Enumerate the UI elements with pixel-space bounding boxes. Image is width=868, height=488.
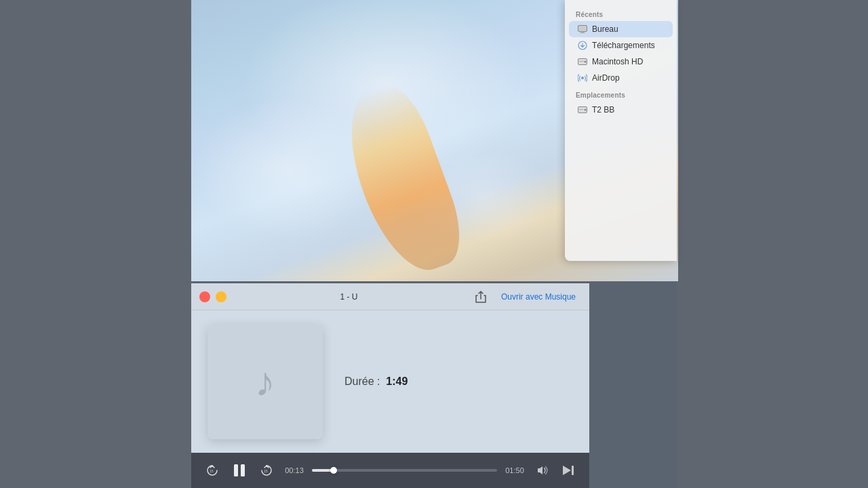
close-button[interactable]: × [199, 291, 210, 302]
forward15-button[interactable]: 15 [256, 460, 277, 481]
sidebar-item-bureau[interactable]: Bureau [569, 21, 673, 37]
duration-label: Durée : 1:49 [344, 375, 408, 387]
playback-bar: 15 15 00:13 01:50 [191, 453, 589, 488]
rewind15-button[interactable]: 15 [202, 460, 222, 481]
svg-rect-2 [580, 33, 585, 33]
music-toolbar: × − 1 - U Ouvrir avec Musique [191, 283, 589, 310]
section-label-emplacements: Emplacements [565, 86, 677, 102]
airdrop-icon [577, 73, 588, 83]
music-info: Durée : 1:49 [344, 375, 408, 388]
music-content: ♪ Durée : 1:49 [191, 310, 589, 453]
svg-rect-0 [578, 26, 587, 32]
sidebar-item-airdrop[interactable]: AirDrop [569, 70, 673, 86]
bureau-label: Bureau [592, 24, 618, 34]
airdrop-label: AirDrop [592, 73, 620, 83]
svg-rect-9 [579, 109, 583, 110]
share-button[interactable] [471, 287, 490, 306]
music-note-icon: ♪ [255, 359, 275, 405]
current-time: 00:13 [282, 466, 307, 474]
drive-icon [577, 104, 588, 115]
duration-value: 1:49 [386, 375, 408, 387]
svg-point-5 [585, 61, 587, 63]
svg-rect-12 [241, 464, 245, 476]
sidebar-item-macintosh-hd[interactable]: Macintosh HD [569, 54, 673, 70]
svg-rect-11 [234, 464, 238, 476]
album-art: ♪ [208, 324, 323, 439]
finder-panel: Récents Bureau Téléchargements [565, 0, 677, 261]
downloads-icon [577, 40, 588, 51]
desktop-icon [577, 24, 588, 35]
hd-icon [577, 56, 588, 67]
svg-rect-14 [572, 466, 574, 475]
music-player-panel: × − 1 - U Ouvrir avec Musique ♪ Durée : … [191, 283, 589, 488]
section-label-recents: Récents [565, 5, 677, 21]
svg-rect-6 [579, 61, 584, 62]
track-title: 1 - U [232, 292, 466, 302]
minimize-button[interactable]: − [216, 291, 226, 302]
open-with-music-button[interactable]: Ouvrir avec Musique [496, 289, 581, 304]
svg-point-8 [585, 109, 587, 111]
t2bb-label: T2 BB [592, 105, 614, 115]
volume-button[interactable] [532, 460, 553, 481]
total-time: 01:50 [502, 466, 527, 474]
background-right [677, 0, 868, 488]
background-left [0, 0, 191, 488]
macintosh-hd-label: Macintosh HD [592, 57, 643, 66]
progress-bar[interactable] [312, 469, 497, 472]
progress-thumb [330, 467, 337, 474]
next-button[interactable] [558, 460, 578, 481]
sidebar-item-t2bb[interactable]: T2 BB [569, 102, 673, 118]
pause-button[interactable] [228, 459, 251, 482]
svg-text:15: 15 [264, 469, 268, 473]
svg-text:15: 15 [210, 469, 214, 473]
sidebar-item-telechargements[interactable]: Téléchargements [569, 37, 673, 54]
telechargements-label: Téléchargements [592, 41, 655, 50]
